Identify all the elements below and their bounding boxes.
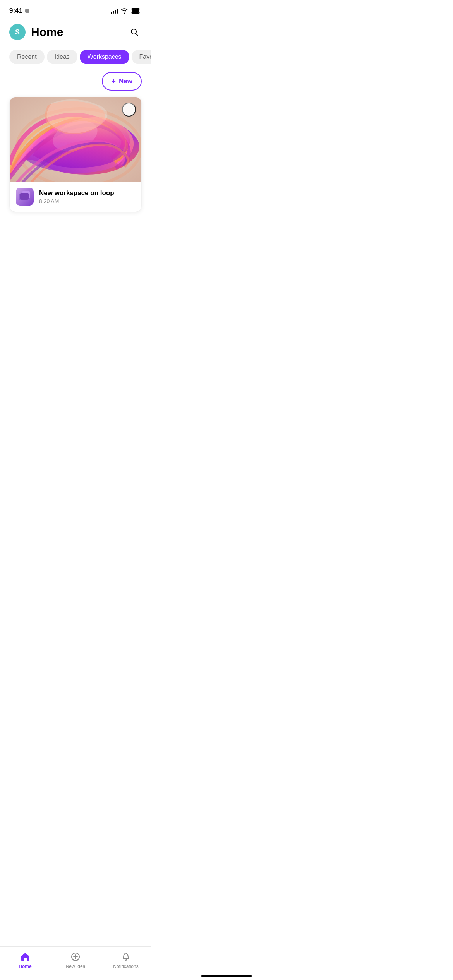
card-image: ···	[10, 97, 141, 182]
tab-recent[interactable]: Recent	[9, 50, 45, 64]
avatar[interactable]: S	[9, 24, 26, 40]
page-title: Home	[31, 26, 63, 39]
card-text-container: New workspace on loop 8:20 AM	[39, 189, 135, 204]
wifi-icon	[121, 8, 128, 14]
new-button-container: + New	[9, 72, 142, 91]
card-info: New workspace on loop 8:20 AM	[10, 182, 141, 212]
header-left: S Home	[9, 24, 63, 40]
signal-icon	[111, 8, 118, 14]
search-button[interactable]	[127, 25, 142, 39]
workspace-logo	[18, 190, 32, 204]
card-artwork	[10, 97, 141, 182]
svg-rect-1	[132, 9, 139, 13]
tabs-container: Recent Ideas Workspaces Favourites	[0, 46, 151, 72]
ellipsis-icon: ···	[126, 106, 132, 113]
tab-workspaces[interactable]: Workspaces	[80, 50, 129, 64]
main-content: + New	[0, 72, 151, 212]
status-dot	[25, 9, 29, 13]
search-icon	[130, 27, 139, 37]
workspace-card[interactable]: ··· New workspace on loop 8:20 AM	[9, 97, 142, 212]
status-time: 9:41	[9, 7, 29, 15]
card-menu-button[interactable]: ···	[122, 103, 136, 117]
card-timestamp: 8:20 AM	[39, 198, 135, 204]
tab-ideas[interactable]: Ideas	[47, 50, 77, 64]
status-bar: 9:41	[0, 0, 151, 19]
new-button[interactable]: + New	[102, 72, 142, 91]
tab-favourites[interactable]: Favourites	[132, 50, 151, 64]
workspace-icon	[16, 188, 34, 206]
battery-icon	[131, 8, 142, 14]
new-button-label: New	[119, 77, 132, 85]
status-icons	[111, 8, 142, 14]
card-title: New workspace on loop	[39, 189, 135, 197]
plus-icon: +	[111, 77, 116, 85]
header: S Home	[0, 19, 151, 46]
